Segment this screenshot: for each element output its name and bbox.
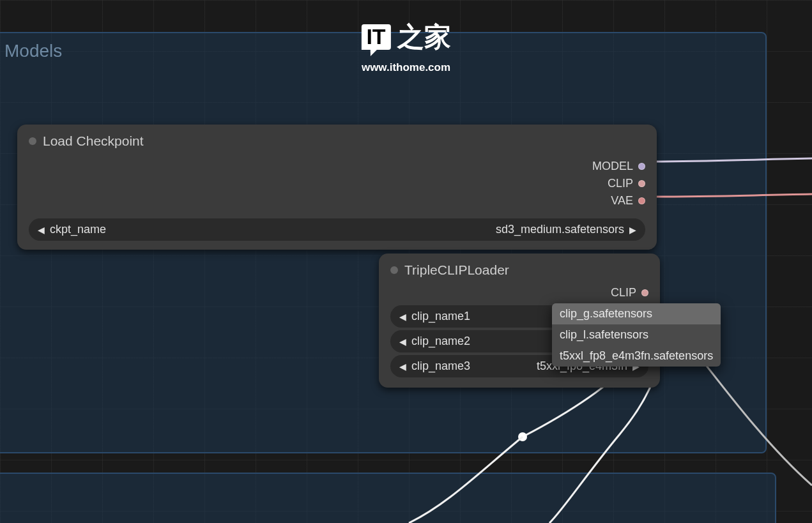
port-dot-icon[interactable] — [638, 163, 645, 170]
output-label: MODEL — [592, 160, 633, 173]
widget-ckpt-name[interactable]: ◀ ckpt_name sd3_medium.safetensors ▶ — [29, 218, 645, 241]
arrow-left-icon[interactable]: ◀ — [399, 337, 406, 347]
port-dot-icon[interactable] — [638, 197, 645, 204]
dropdown-item[interactable]: clip_g.safetensors — [552, 303, 721, 324]
watermark-url: www.ithome.com — [361, 61, 450, 74]
port-dot-icon[interactable] — [638, 180, 645, 187]
group-title: Models — [4, 41, 62, 61]
arrow-left-icon[interactable]: ◀ — [399, 312, 406, 322]
arrow-left-icon[interactable]: ◀ — [38, 225, 45, 235]
dropdown-item[interactable]: t5xxl_fp8_e4m3fn.safetensors — [552, 345, 721, 367]
port-dot-icon[interactable] — [641, 289, 648, 296]
output-vae[interactable]: VAE — [29, 192, 645, 209]
widget-value: sd3_medium.safetensors — [496, 223, 624, 236]
watermark-logo-icon: IT — [361, 24, 390, 50]
collapse-dot-icon[interactable] — [29, 137, 36, 145]
collapse-dot-icon[interactable] — [390, 266, 398, 274]
dropdown-item[interactable]: clip_l.safetensors — [552, 324, 721, 345]
watermark: IT 之家 www.ithome.com — [361, 19, 450, 74]
widget-label: clip_name3 — [411, 360, 470, 373]
dropdown-clip-files[interactable]: clip_g.safetensors clip_l.safetensors t5… — [552, 303, 721, 367]
output-clip[interactable]: CLIP — [390, 284, 648, 301]
node-header[interactable]: TripleCLIPLoader — [379, 254, 660, 284]
node-title: Load Checkpoint — [43, 133, 144, 149]
arrow-left-icon[interactable]: ◀ — [399, 361, 406, 372]
group-secondary[interactable] — [0, 473, 776, 523]
node-title: TripleCLIPLoader — [404, 262, 509, 278]
output-label: CLIP — [611, 286, 636, 299]
widget-label: clip_name2 — [411, 335, 470, 348]
output-model[interactable]: MODEL — [29, 158, 645, 175]
watermark-logo-zh: 之家 — [397, 19, 451, 55]
widget-label: ckpt_name — [50, 223, 106, 236]
node-header[interactable]: Load Checkpoint — [17, 125, 657, 155]
node-load-checkpoint[interactable]: Load Checkpoint MODEL CLIP VAE ◀ ckpt_na… — [17, 125, 657, 250]
arrow-right-icon[interactable]: ▶ — [629, 225, 636, 235]
output-label: CLIP — [608, 177, 633, 190]
output-clip[interactable]: CLIP — [29, 175, 645, 192]
widget-label: clip_name1 — [411, 310, 470, 323]
output-label: VAE — [611, 194, 633, 208]
